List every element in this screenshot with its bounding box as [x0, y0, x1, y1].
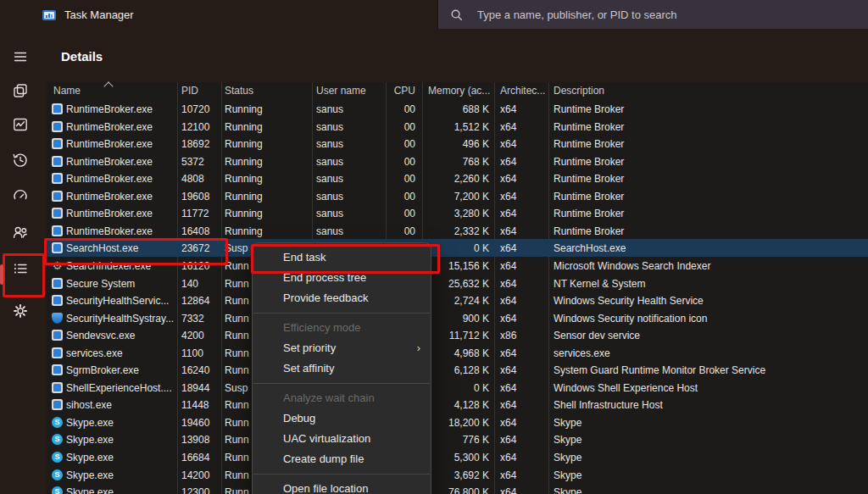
submenu-chevron-icon: ›	[417, 338, 420, 358]
process-row[interactable]: ⚙SearchIndexer.exe16120Runn15,156 Kx64Mi…	[47, 257, 868, 275]
process-row[interactable]: SSkype.exe19460Runn18,200 Kx64Skype	[47, 414, 868, 431]
process-row[interactable]: RuntimeBroker.exe11772Runningsanus003,28…	[47, 204, 868, 222]
app-process-icon	[52, 138, 63, 149]
process-pid: 11772	[181, 208, 209, 219]
menu-item-open-file-location[interactable]: Open file location	[253, 479, 431, 494]
process-row[interactable]: Sendevsvc.exe4200Runn11,712 Kx86Sensor d…	[47, 326, 868, 344]
process-row[interactable]: sihost.exe11448Runn4,128 Kx64Shell Infra…	[47, 396, 868, 414]
process-memory: 1,512 K	[420, 121, 489, 133]
process-row[interactable]: SecurityHealthServic...12864Runn2,724 Kx…	[47, 291, 868, 309]
skype-process-icon: S	[52, 486, 63, 494]
process-row[interactable]: RuntimeBroker.exe18692Runningsanus00496 …	[47, 135, 868, 153]
app-process-icon	[52, 278, 63, 289]
process-row[interactable]: SSkype.exe13908Runn776 Kx64Skype	[47, 430, 868, 448]
process-pid: 12300	[181, 486, 209, 494]
menu-item-end-process-tree[interactable]: End process tree	[253, 268, 431, 288]
menu-item-label: End task	[283, 251, 326, 264]
process-row[interactable]: services.exe1100Runn4,968 Kx64services.e…	[47, 344, 868, 362]
process-description: Microsoft Windows Search Indexer	[554, 260, 710, 272]
process-name: RuntimeBroker.exe	[66, 121, 153, 133]
process-row[interactable]: RuntimeBroker.exe16408Runningsanus002,33…	[47, 222, 868, 240]
sidebar-item-users[interactable]	[0, 223, 41, 245]
process-name: ShellExperienceHost....	[66, 382, 172, 394]
sidebar-item-menu[interactable]	[0, 47, 41, 69]
process-status: Runn	[225, 469, 249, 481]
process-name: RuntimeBroker.exe	[66, 225, 153, 237]
app-process-icon	[52, 399, 63, 410]
app-process-icon	[52, 191, 63, 202]
sidebar-item-startup-apps[interactable]	[0, 186, 41, 208]
process-pid: 1100	[181, 347, 203, 359]
process-name: RuntimeBroker.exe	[66, 103, 153, 115]
menu-item-set-affinity[interactable]: Set affinity	[253, 358, 431, 379]
process-row-selected[interactable]: SearchHost.exe23672Susp0 Kx64SearchHost.…	[47, 239, 868, 257]
menu-item-debug[interactable]: Debug	[253, 408, 431, 429]
menu-separator	[253, 383, 430, 384]
process-description: Skype	[554, 434, 581, 446]
process-arch: x64	[500, 138, 516, 150]
skype-process-icon: S	[52, 417, 63, 428]
process-name: sihost.exe	[66, 399, 112, 411]
process-pid: 11448	[181, 399, 209, 411]
menu-item-create-dump-file[interactable]: Create dump file	[253, 449, 431, 469]
process-memory: 7,200 K	[420, 191, 489, 203]
menu-item-provide-feedback[interactable]: Provide feedback	[253, 288, 431, 308]
active-nav-accent-pill	[0, 264, 3, 285]
process-description: Runtime Broker	[554, 225, 624, 237]
settings-icon	[12, 303, 29, 323]
process-arch: x64	[500, 295, 516, 307]
process-row[interactable]: SSkype.exe16684Runn5,300 Kx64Skype	[47, 448, 868, 466]
process-row[interactable]: SSkype.exe14200Runn3,692 Kx64Skype	[47, 466, 868, 484]
process-user: sanus	[316, 173, 343, 185]
process-row[interactable]: Secure System140Runn25,632 Kx64NT Kernel…	[47, 275, 868, 292]
menu-item-end-task[interactable]: End task	[253, 247, 431, 268]
sidebar-item-details[interactable]	[0, 259, 41, 281]
process-pid: 5372	[181, 156, 204, 168]
process-pid: 12864	[181, 295, 209, 307]
process-description: Runtime Broker	[554, 138, 624, 150]
process-name: RuntimeBroker.exe	[66, 138, 153, 150]
page-title: Details	[61, 49, 103, 64]
process-description: Runtime Broker	[554, 121, 624, 133]
process-status: Runn	[225, 295, 249, 307]
process-row[interactable]: RuntimeBroker.exe12100Runningsanus001,51…	[47, 118, 868, 136]
sidebar-item-settings[interactable]	[0, 302, 41, 324]
process-name: RuntimeBroker.exe	[66, 191, 153, 203]
search-input[interactable]: Type a name, publisher, or PID to search	[437, 0, 868, 29]
process-row[interactable]: RuntimeBroker.exe5372Runningsanus00768 K…	[47, 153, 868, 170]
sidebar-item-processes[interactable]	[0, 81, 41, 103]
process-pid: 19460	[181, 417, 209, 429]
skype-process-icon: S	[52, 452, 63, 463]
task-manager-app-icon	[42, 8, 56, 22]
process-pid: 16684	[181, 452, 209, 463]
process-row[interactable]: RuntimeBroker.exe10720Runningsanus00688 …	[47, 100, 868, 118]
process-description: Windows Shell Experience Host	[554, 382, 698, 394]
process-status: Runn	[225, 399, 249, 411]
process-pid: 12100	[181, 121, 209, 133]
process-row[interactable]: RuntimeBroker.exe4808Runningsanus002,260…	[47, 169, 868, 187]
process-row[interactable]: RuntimeBroker.exe19608Runningsanus007,20…	[47, 187, 868, 205]
process-arch: x64	[500, 313, 516, 325]
navigation-sidebar	[0, 31, 41, 494]
process-arch: x64	[500, 191, 516, 203]
process-row[interactable]: ShellExperienceHost....18944Susp0 Kx64Wi…	[47, 379, 868, 397]
app-process-icon	[52, 103, 63, 114]
menu-item-label: Efficiency mode	[283, 321, 361, 334]
process-memory: 496 K	[420, 138, 489, 150]
menu-item-uac-virtualization[interactable]: UAC virtualization	[253, 429, 431, 449]
sidebar-item-performance[interactable]	[0, 115, 41, 137]
process-arch: x64	[500, 103, 516, 115]
process-description: Runtime Broker	[554, 156, 624, 168]
process-user: sanus	[316, 103, 343, 115]
process-row[interactable]: SgrmBroker.exe16240Runn6,128 Kx64System …	[47, 361, 868, 379]
process-status: Runn	[225, 452, 249, 463]
process-pid: 4200	[181, 330, 204, 341]
process-row[interactable]: SecurityHealthSystray...7332Runn900 Kx64…	[47, 309, 868, 327]
process-name: RuntimeBroker.exe	[66, 173, 153, 185]
process-arch: x64	[500, 486, 516, 494]
sidebar-item-app-history[interactable]	[0, 151, 41, 173]
menu-item-set-priority[interactable]: Set priority›	[253, 338, 431, 358]
process-pid: 7332	[181, 313, 204, 325]
process-row[interactable]: SSkype.exe12300Runn76,800 Kx64Skype	[47, 483, 868, 494]
details-icon	[12, 260, 29, 280]
